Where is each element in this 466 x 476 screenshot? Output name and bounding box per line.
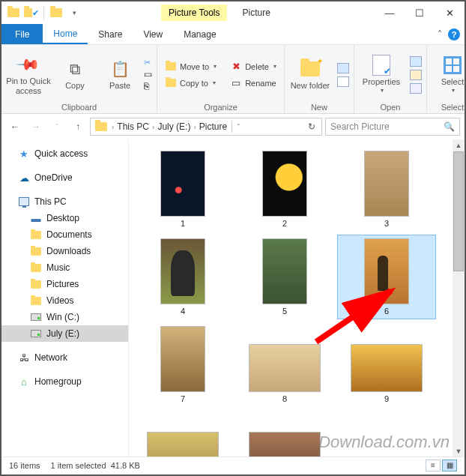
file-name: 6 [384, 307, 389, 316]
crumb-july[interactable]: July (E:)› [157, 121, 197, 132]
sidebar-item-win-c[interactable]: Win (C:) [1, 309, 128, 325]
new-extra [337, 63, 349, 87]
copy-button[interactable]: ⧉ Copy [54, 55, 96, 93]
group-label-new: New [289, 101, 349, 112]
sidebar-item-label: Desktop [46, 213, 79, 223]
sidebar-item-onedrive[interactable]: ☁OneDrive [1, 169, 128, 186]
file-item[interactable]: 3 [337, 147, 436, 232]
minimize-button[interactable]: — [375, 1, 405, 24]
copy-path-icon[interactable]: ▭ [144, 69, 152, 79]
crumb-picture[interactable]: Picture [199, 121, 227, 132]
file-thumbnail [262, 151, 307, 217]
file-thumbnail [364, 238, 409, 304]
tab-view[interactable]: View [133, 24, 173, 44]
crumb-this-pc[interactable]: This PC› [117, 121, 156, 132]
file-tab[interactable]: File [1, 24, 43, 44]
paste-button[interactable]: 📋 Paste [99, 55, 141, 93]
file-item[interactable]: 2 [235, 147, 334, 232]
ribbon-group-open: Properties ▾ Open [354, 45, 427, 113]
sidebar-item-network[interactable]: 🖧Network [1, 349, 128, 366]
open-icon[interactable] [410, 56, 422, 67]
file-item[interactable]: 10 [133, 410, 232, 457]
move-to-button[interactable]: Move to▾ [162, 59, 220, 74]
sidebar-item-music[interactable]: Music [1, 259, 128, 276]
sidebar-item-quick-access[interactable]: ★Quick access [1, 145, 128, 162]
sidebar-item-documents[interactable]: Documents [1, 226, 128, 243]
qat-customize-icon[interactable]: ▾ [67, 5, 82, 20]
file-item[interactable]: 4 [133, 235, 232, 319]
properties-button[interactable]: Properties ▾ [359, 52, 404, 97]
status-item-count: 16 items [9, 461, 40, 470]
sidebar-item-label: Videos [46, 295, 73, 306]
search-box[interactable]: Search Picture 🔍 [325, 118, 460, 136]
navigation-pane[interactable]: ★Quick access ☁OneDrive This PC ▬Desktop… [1, 139, 129, 457]
forward-button[interactable]: → [27, 118, 45, 136]
select-button[interactable]: Select ▾ [432, 52, 466, 97]
easy-access-icon[interactable] [337, 76, 349, 87]
cut-icon[interactable]: ✂ [144, 58, 152, 67]
delete-button[interactable]: ✖Delete▾ [227, 59, 279, 74]
address-dropdown-icon[interactable]: ˅ [237, 123, 240, 130]
crumb-label: This PC [117, 121, 149, 132]
paste-shortcut-icon[interactable]: ⎘ [144, 81, 152, 91]
file-item[interactable]: 8 [235, 322, 334, 407]
file-item[interactable]: 5 [235, 235, 334, 319]
properties-icon [371, 55, 392, 76]
file-list[interactable]: 1234567891011 ▲ ▼ [129, 139, 465, 457]
details-view-button[interactable]: ≡ [426, 460, 441, 472]
history-icon[interactable] [410, 83, 422, 94]
crumb-sep-icon[interactable]: › [110, 123, 115, 131]
tab-manage[interactable]: Manage [173, 24, 226, 44]
sidebar-item-downloads[interactable]: Downloads [1, 243, 128, 259]
copy-icon: ⧉ [64, 58, 85, 79]
sidebar-item-desktop[interactable]: ▬Desktop [1, 210, 128, 226]
qat-properties-icon[interactable]: ✔ [24, 5, 39, 20]
recent-locations-button[interactable]: ˅ [48, 118, 66, 136]
tab-share[interactable]: Share [88, 24, 133, 44]
up-button[interactable]: ↑ [69, 118, 87, 136]
move-to-label: Move to [180, 62, 209, 71]
vertical-scrollbar[interactable]: ▲ ▼ [453, 139, 465, 457]
delete-label: Delete [245, 62, 269, 71]
qat-new-folder-icon[interactable] [49, 5, 64, 20]
sidebar-item-this-pc[interactable]: This PC [1, 193, 128, 210]
file-item[interactable]: 11 [235, 410, 334, 457]
sidebar-item-homegroup[interactable]: ⌂Homegroup [1, 373, 128, 390]
rename-button[interactable]: ▭Rename [227, 76, 279, 91]
scroll-up-icon[interactable]: ▲ [453, 139, 465, 151]
folder-icon [30, 262, 42, 274]
pin-to-quick-access-button[interactable]: 📌 Pin to Quick access [6, 51, 51, 97]
sidebar-item-videos[interactable]: Videos [1, 292, 128, 309]
file-item[interactable]: 1 [133, 147, 232, 232]
maximize-button[interactable]: ☐ [405, 1, 435, 24]
quick-access-toolbar: ✔ ▾ [1, 5, 86, 20]
address-bar[interactable]: › This PC› July (E:)› Picture ˅ ↻ [90, 118, 322, 136]
sidebar-item-july-e[interactable]: July (E:) [1, 325, 128, 342]
sidebar-item-pictures[interactable]: Pictures [1, 276, 128, 292]
close-button[interactable]: ✕ [435, 1, 465, 24]
ribbon-group-new: New folder New [285, 45, 354, 113]
folder-icon [30, 245, 42, 257]
file-item[interactable]: 7 [133, 322, 232, 407]
help-icon[interactable]: ? [448, 28, 460, 40]
desktop-icon: ▬ [30, 212, 42, 224]
new-folder-button[interactable]: New folder [289, 55, 331, 93]
refresh-button[interactable]: ↻ [305, 121, 318, 132]
star-icon: ★ [18, 148, 30, 160]
scroll-down-icon[interactable]: ▼ [453, 445, 465, 457]
tab-home[interactable]: Home [43, 24, 88, 44]
crumb-label: July (E:) [157, 121, 190, 132]
thumbnails-view-button[interactable]: ▦ [442, 460, 457, 472]
sidebar-item-label: This PC [34, 196, 67, 207]
back-button[interactable]: ← [6, 118, 24, 136]
scrollbar-thumb[interactable] [453, 151, 464, 271]
file-item[interactable]: 9 [337, 322, 436, 407]
edit-icon[interactable] [410, 70, 422, 80]
ribbon-collapse-icon[interactable]: ˄ [438, 29, 442, 40]
copy-to-button[interactable]: Copy to▾ [162, 76, 220, 91]
explorer-body: ★Quick access ☁OneDrive This PC ▬Desktop… [1, 139, 465, 457]
file-item[interactable]: 6 [337, 235, 436, 319]
ribbon-group-clipboard: 📌 Pin to Quick access ⧉ Copy 📋 Paste ✂ ▭… [1, 45, 157, 113]
new-item-icon[interactable] [337, 63, 349, 73]
navigation-bar: ← → ˅ ↑ › This PC› July (E:)› Picture ˅ … [1, 114, 465, 139]
